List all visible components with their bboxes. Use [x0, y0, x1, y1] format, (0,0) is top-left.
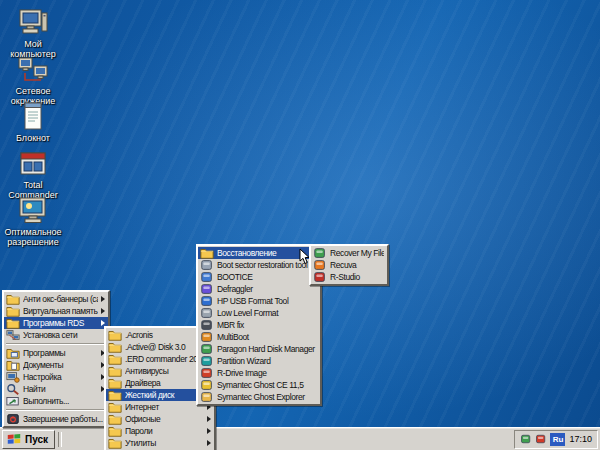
menu-item-label: HP USB Format Tool [217, 296, 317, 306]
menu-item[interactable]: Recover My Files [311, 247, 387, 259]
menu-item-label: .Acronis [125, 330, 204, 340]
hard-disk-submenu: ВосстановлениеBoot sector restoration to… [196, 244, 322, 406]
folder-icon [6, 317, 20, 329]
menu-item[interactable]: Boot sector restoration tool [198, 259, 320, 271]
menu-item[interactable]: Настройка [4, 371, 108, 383]
menu-item-label: Symantec Ghost CE 11,5 [217, 380, 317, 390]
menu-item[interactable]: Выполнить... [4, 395, 108, 407]
notepad-icon [17, 100, 49, 132]
menu-item[interactable]: R-Drive Image [198, 367, 320, 379]
menu-item[interactable]: Завершение работы... [4, 413, 108, 425]
menu-item[interactable]: Документы [4, 359, 108, 371]
network-icon [17, 53, 49, 85]
menu-separator [6, 343, 106, 345]
menu-item-label: Жесткий диск [125, 390, 204, 400]
tray-app-icon-1[interactable] [520, 433, 532, 445]
menu-item[interactable]: Установка сети [4, 329, 108, 341]
folder-icon [108, 341, 122, 353]
desktop-icon-label: Оптимальное разрешение [4, 227, 62, 247]
menu-item[interactable]: Symantec Ghost CE 11,5 [198, 379, 320, 391]
paragon-hdm-icon [200, 343, 214, 355]
menu-item-label: Антивирусы [125, 366, 204, 376]
run-icon [6, 395, 20, 407]
taskbar-clock: 17:10 [569, 434, 592, 444]
menu-item[interactable]: Paragon Hard Disk Manager [198, 343, 320, 355]
start-button-label: Пуск [25, 434, 48, 445]
documents-icon [6, 359, 20, 371]
menu-item-label: Завершение работы... [23, 414, 105, 424]
menu-item[interactable]: Defraggler [198, 283, 320, 295]
hp-usb-format-icon [200, 295, 214, 307]
menu-item[interactable]: Анти окс-баннеры (сайты) [4, 293, 108, 305]
menu-item-label: Программы [23, 348, 98, 358]
submenu-arrow-icon [207, 428, 211, 434]
menu-item[interactable]: MBR fix [198, 319, 320, 331]
menu-item-label: Анти окс-баннеры (сайты) [23, 294, 98, 304]
menu-item[interactable]: MultiBoot [198, 331, 320, 343]
keyboard-layout-indicator[interactable]: Ru [550, 433, 565, 446]
menu-item-label: Интернет [125, 402, 204, 412]
network-setup-icon [6, 329, 20, 341]
folder-icon [108, 389, 122, 401]
menu-item[interactable]: HP USB Format Tool [198, 295, 320, 307]
partition-wizard-icon [200, 355, 214, 367]
display-icon [17, 194, 49, 226]
desktop-icon-3[interactable]: Блокнот [4, 100, 62, 143]
menu-item[interactable]: Recuva [311, 259, 387, 271]
submenu-arrow-icon [207, 416, 211, 422]
system-tray: Ru 17:10 [514, 430, 598, 449]
folder-icon [200, 247, 214, 259]
desktop-icon-4[interactable]: Total Commander [4, 147, 62, 200]
menu-separator [6, 409, 106, 411]
menu-item-label: .ERD commander 2005 [125, 354, 204, 364]
r-studio-icon [313, 271, 327, 283]
submenu-arrow-icon [101, 296, 105, 302]
menu-item[interactable]: Partition Wizard [198, 355, 320, 367]
menu-item-label: .Active@ Disk 3.0 [125, 342, 204, 352]
menu-item-label: MBR fix [217, 320, 317, 330]
menu-item[interactable]: BOOTICE [198, 271, 320, 283]
menu-item-label: Low Level Format [217, 308, 317, 318]
menu-item-label: Partition Wizard [217, 356, 317, 366]
ghost-ce-icon [200, 379, 214, 391]
menu-item-label: Восстановление [217, 248, 310, 258]
ghost-explorer-icon [200, 391, 214, 403]
desktop-icon-5[interactable]: Оптимальное разрешение [4, 194, 62, 247]
low-level-format-icon [200, 307, 214, 319]
tray-app-icon-2[interactable] [535, 433, 547, 445]
menu-item-label: Программы RDS [23, 318, 98, 328]
folder-icon [6, 305, 20, 317]
menu-item[interactable]: Symantec Ghost Explorer [198, 391, 320, 403]
menu-item-label: Офисные [125, 414, 204, 424]
menu-item-label: BOOTICE [217, 272, 317, 282]
menu-item-label: Найти [23, 384, 98, 394]
menu-item-label: Defraggler [217, 284, 317, 294]
menu-item-label: Установка сети [23, 330, 105, 340]
multiboot-icon [200, 331, 214, 343]
menu-item[interactable]: Программы [4, 347, 108, 359]
menu-item[interactable]: Офисные [106, 413, 214, 425]
start-button[interactable]: Пуск [2, 430, 55, 449]
desktop-icon-1[interactable]: Мой компьютер [4, 6, 62, 59]
desktop: Мой компьютерСетевое окружениеБлокнотTot… [0, 0, 600, 450]
menu-item[interactable]: Low Level Format [198, 307, 320, 319]
menu-item[interactable]: Утилиты [106, 437, 214, 449]
menu-item-label: Пароли [125, 426, 204, 436]
menu-item[interactable]: R-Studio [311, 271, 387, 283]
menu-item[interactable]: Виртуальная память [4, 305, 108, 317]
recuva-icon [313, 259, 327, 271]
folder-icon [108, 401, 122, 413]
menu-item[interactable]: Пароли [106, 425, 214, 437]
r-drive-image-icon [200, 367, 214, 379]
menu-item-label: R-Drive Image [217, 368, 317, 378]
windows-logo-icon [6, 433, 22, 446]
menu-item-label: Утилиты [125, 438, 204, 448]
folder-icon [108, 413, 122, 425]
menu-item[interactable]: Восстановление [198, 247, 320, 259]
menu-item-label: Boot sector restoration tool [217, 260, 317, 270]
shutdown-icon [6, 413, 20, 425]
menu-item[interactable]: Найти [4, 383, 108, 395]
total-commander-icon [17, 147, 49, 179]
menu-item[interactable]: Программы RDS [4, 317, 108, 329]
desktop-icon-2[interactable]: Сетевое окружение [4, 53, 62, 106]
